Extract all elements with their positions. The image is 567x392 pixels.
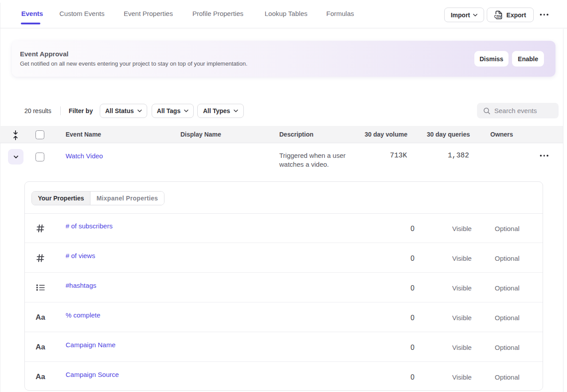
- svg-text:CSV: CSV: [494, 15, 501, 19]
